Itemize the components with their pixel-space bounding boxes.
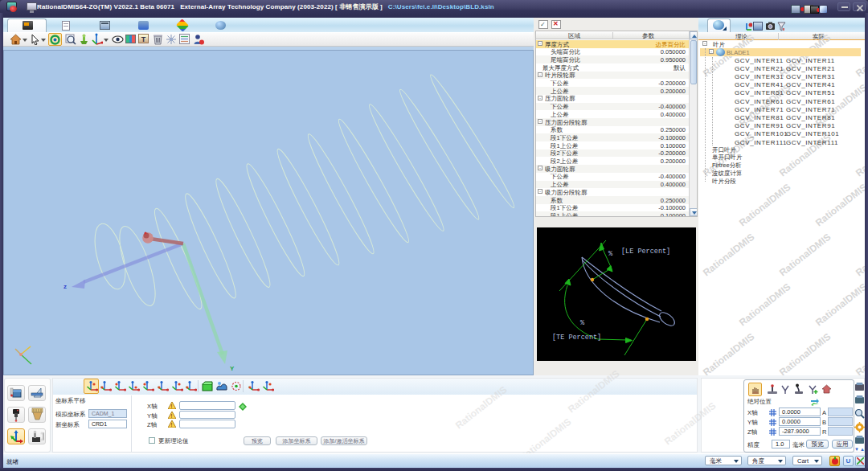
svg-text:!: ! — [170, 403, 172, 409]
svg-text:[LE Percent]: [LE Percent] — [621, 248, 670, 256]
svg-text:!: ! — [170, 422, 172, 428]
svg-text:Y: Y — [230, 365, 235, 372]
svg-text:[TE Percent]: [TE Percent] — [552, 334, 601, 342]
svg-text:%: % — [608, 250, 613, 258]
svg-text:z: z — [63, 283, 67, 290]
svg-text:%: % — [580, 319, 585, 327]
svg-text:!: ! — [170, 413, 172, 419]
